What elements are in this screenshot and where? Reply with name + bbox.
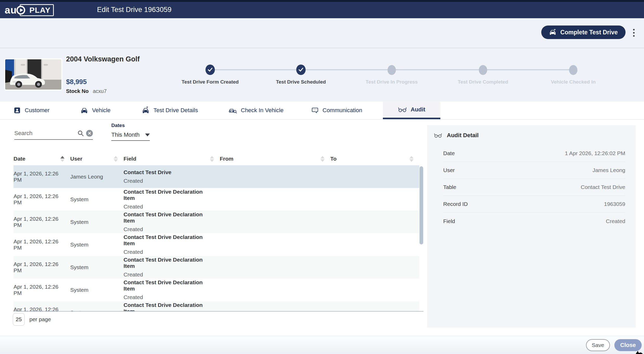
id-card-icon bbox=[14, 107, 21, 114]
app-header: aut PLAY Edit Test Drive 1963059 bbox=[0, 2, 644, 18]
audit-detail-panel: Audit Detail Date 1 Apr 2026, 12:26:02 P… bbox=[427, 125, 636, 328]
stock-no-label: Stock No bbox=[66, 88, 89, 94]
table-header-row: Date User Field From To bbox=[14, 152, 419, 165]
table-row[interactable]: Apr 1, 2026, 12:26 PM System Contact Tes… bbox=[14, 301, 419, 311]
close-button[interactable]: Close bbox=[614, 339, 642, 351]
complete-test-drive-label: Complete Test Drive bbox=[560, 29, 618, 36]
step-test-drive-form-created: Test Drive Form Created bbox=[169, 65, 252, 85]
per-page-label: per page bbox=[29, 316, 51, 323]
logo-text-play: PLAY bbox=[29, 6, 50, 14]
search-field: ✕ bbox=[14, 127, 93, 140]
tab-customer[interactable]: Customer bbox=[14, 102, 49, 119]
vehicle-photo bbox=[4, 58, 62, 91]
dialog-footer: Save Close bbox=[0, 336, 644, 354]
pending-dot-icon bbox=[388, 65, 396, 75]
table-row[interactable]: Apr 1, 2026, 12:26 PM James Leong Contac… bbox=[14, 165, 419, 188]
pagination: 25 per page bbox=[13, 313, 51, 326]
vehicle-price: $8,995 bbox=[66, 78, 87, 86]
scrollbar-thumb[interactable] bbox=[420, 166, 423, 244]
per-page-select[interactable]: 25 bbox=[13, 313, 25, 326]
search-input[interactable] bbox=[14, 130, 77, 137]
window-top-edge bbox=[0, 0, 644, 2]
car-key-icon bbox=[142, 106, 150, 114]
step-label: Vehicle Checked In bbox=[532, 79, 615, 85]
check-icon bbox=[296, 65, 306, 75]
column-header-to[interactable]: To bbox=[330, 156, 419, 162]
tab-label: Customer bbox=[25, 107, 49, 114]
step-test-drive-in-progress: Test Drive In Progress bbox=[350, 65, 433, 85]
vehicle-title: 2004 Volkswagen Golf bbox=[66, 55, 140, 63]
autoplay-logo: aut PLAY bbox=[5, 3, 54, 17]
sort-icon[interactable] bbox=[210, 156, 214, 162]
table-bottom-border bbox=[14, 311, 423, 312]
tab-test-drive-details[interactable]: Test Drive Details bbox=[142, 102, 198, 119]
step-test-drive-completed: Test Drive Completed bbox=[441, 65, 525, 85]
column-header-from[interactable]: From bbox=[220, 156, 330, 162]
dates-select[interactable]: This Month bbox=[111, 129, 150, 141]
dates-filter: Dates This Month bbox=[111, 123, 150, 141]
step-label: Test Drive Scheduled bbox=[259, 79, 343, 85]
pending-dot-icon bbox=[569, 65, 577, 75]
table-row[interactable]: Apr 1, 2026, 12:26 PM System Contact Tes… bbox=[14, 279, 419, 301]
save-button[interactable]: Save bbox=[586, 339, 610, 351]
pending-dot-icon bbox=[479, 65, 487, 75]
tab-label: Audit bbox=[411, 106, 425, 113]
sort-icon[interactable] bbox=[409, 156, 414, 162]
chat-icon bbox=[311, 107, 319, 114]
stock-no-value: acxu7 bbox=[93, 88, 107, 94]
action-toolbar: Complete Test Drive bbox=[0, 18, 644, 48]
tab-vehicle[interactable]: Vehicle bbox=[80, 102, 111, 119]
check-icon bbox=[205, 65, 215, 75]
detail-row-field: Field Created bbox=[443, 213, 625, 230]
mouse-cursor bbox=[635, 350, 643, 354]
search-icon[interactable] bbox=[77, 130, 84, 137]
clear-search-icon[interactable]: ✕ bbox=[86, 130, 93, 137]
column-header-user[interactable]: User bbox=[70, 156, 124, 162]
tab-label: Vehicle bbox=[92, 107, 111, 114]
table-row[interactable]: Apr 1, 2026, 12:26 PM System Contact Tes… bbox=[14, 188, 419, 211]
detail-row-date: Date 1 Apr 2026, 12:26:02 PM bbox=[443, 145, 625, 162]
table-scrollbar[interactable] bbox=[419, 165, 423, 311]
logo-play-box: PLAY bbox=[20, 4, 54, 16]
column-header-date[interactable]: Date bbox=[14, 156, 70, 162]
sort-icon[interactable] bbox=[320, 156, 325, 162]
tab-label: Communication bbox=[323, 107, 362, 114]
step-label: Test Drive Form Created bbox=[169, 79, 252, 85]
step-label: Test Drive Completed bbox=[441, 79, 525, 85]
tab-communication[interactable]: Communication bbox=[311, 102, 362, 119]
table-body: Apr 1, 2026, 12:26 PM James Leong Contac… bbox=[14, 165, 419, 311]
dates-selected-value: This Month bbox=[111, 131, 140, 138]
car-icon bbox=[80, 107, 88, 114]
audit-detail-title: Audit Detail bbox=[447, 132, 479, 139]
tab-label: Test Drive Details bbox=[153, 107, 198, 114]
detail-row-record-id: Record ID 1963059 bbox=[443, 196, 625, 213]
column-header-field[interactable]: Field bbox=[124, 156, 220, 162]
step-vehicle-checked-in: Vehicle Checked In bbox=[532, 65, 615, 85]
glasses-icon bbox=[398, 106, 407, 113]
page-title: Edit Test Drive 1963059 bbox=[97, 6, 171, 14]
table-row[interactable]: Apr 1, 2026, 12:26 PM System Contact Tes… bbox=[14, 233, 419, 256]
car-search-icon bbox=[229, 107, 237, 114]
audit-tab-content: ✕ Dates This Month Date User bbox=[0, 119, 644, 336]
more-options-kebab-icon[interactable] bbox=[629, 28, 638, 38]
tab-check-in-vehicle[interactable]: Check In Vehicle bbox=[229, 102, 284, 119]
step-label: Test Drive In Progress bbox=[350, 79, 433, 85]
tab-label: Check In Vehicle bbox=[241, 107, 284, 114]
step-test-drive-scheduled: Test Drive Scheduled bbox=[259, 65, 343, 85]
play-circle-icon bbox=[16, 6, 25, 15]
chevron-down-icon bbox=[145, 134, 150, 136]
glasses-icon bbox=[434, 132, 442, 138]
sort-icon[interactable] bbox=[114, 156, 118, 162]
table-row[interactable]: Apr 1, 2026, 12:26 PM System Contact Tes… bbox=[14, 211, 419, 233]
sort-icon[interactable] bbox=[60, 156, 65, 162]
complete-test-drive-button[interactable]: Complete Test Drive bbox=[541, 26, 626, 39]
tab-audit[interactable]: Audit bbox=[383, 102, 440, 119]
table-row[interactable]: Apr 1, 2026, 12:26 PM System Contact Tes… bbox=[14, 256, 419, 279]
vehicle-summary-section: 2004 Volkswagen Golf $8,995 Stock No acx… bbox=[0, 48, 644, 102]
detail-row-user: User James Leong bbox=[443, 162, 625, 179]
audit-table: Date User Field From To bbox=[14, 152, 423, 312]
app-window: aut PLAY Edit Test Drive 1963059 Complet… bbox=[0, 0, 644, 354]
detail-row-table: Table Contact Test Drive bbox=[443, 179, 625, 196]
tab-bar: Customer Vehicle Test Drive Details bbox=[0, 102, 644, 119]
dates-label: Dates bbox=[111, 123, 150, 128]
